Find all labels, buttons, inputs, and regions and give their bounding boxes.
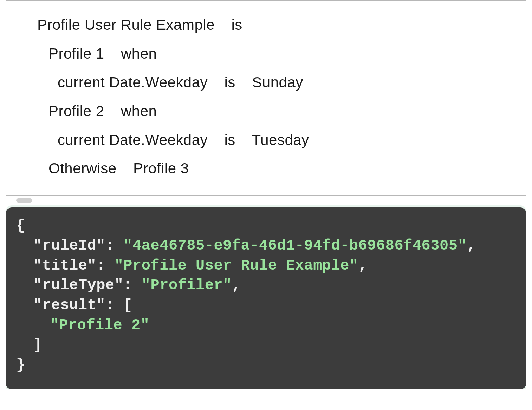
json-colon: : (105, 237, 123, 254)
condition-op: is (225, 132, 235, 148)
condition-rhs: Sunday (252, 74, 303, 91)
rule-condition: current Date.Weekday is Tuesday (58, 126, 512, 154)
json-key-ruletype: "ruleType" (33, 277, 123, 294)
json-comma: , (358, 257, 368, 274)
panel-divider (6, 196, 526, 205)
otherwise-value: Profile 3 (133, 160, 189, 177)
result-panel-wrap: { "ruleId": "4ae46785-e9fa-46d1-94fd-b69… (6, 205, 526, 389)
json-colon: : (105, 297, 123, 314)
rule-header-line: Profile User Rule Example is (37, 11, 512, 39)
rule-clause: Profile 2 when (48, 97, 512, 126)
condition-op: is (225, 74, 235, 91)
json-result-panel: { "ruleId": "4ae46785-e9fa-46d1-94fd-b69… (6, 207, 526, 389)
when-keyword: when (121, 103, 157, 119)
rule-is-keyword: is (231, 16, 242, 33)
json-colon: : (96, 257, 114, 274)
json-comma: , (232, 277, 241, 294)
rule-condition: current Date.Weekday is Sunday (58, 68, 512, 97)
condition-rhs: Tuesday (252, 132, 309, 148)
json-value-ruleid: "4ae46785-e9fa-46d1-94fd-b69686f46305" (123, 237, 467, 254)
rule-clause: Profile 1 when (48, 39, 512, 68)
condition-lhs: current Date.Weekday (58, 132, 208, 148)
json-result-item: "Profile 2" (50, 317, 150, 334)
json-brace-open: { (16, 217, 25, 234)
json-value-title: "Profile User Rule Example" (115, 257, 358, 274)
json-value-ruletype: "Profiler" (142, 277, 232, 294)
condition-lhs: current Date.Weekday (58, 74, 208, 91)
drag-handle-icon[interactable] (16, 198, 32, 203)
json-key-title: "title" (33, 257, 96, 274)
clause-label: Profile 1 (48, 45, 104, 62)
json-colon: : (123, 277, 141, 294)
rule-definition-panel: Profile User Rule Example is Profile 1 w… (6, 0, 526, 196)
rule-title: Profile User Rule Example (37, 16, 215, 33)
json-comma: , (467, 237, 476, 254)
clause-label: Profile 2 (48, 103, 104, 119)
json-bracket-open: [ (123, 297, 132, 314)
json-bracket-close: ] (33, 337, 42, 353)
when-keyword: when (121, 45, 157, 62)
json-key-ruleid: "ruleId" (33, 237, 105, 254)
page-root: Profile User Rule Example is Profile 1 w… (0, 0, 532, 410)
otherwise-keyword: Otherwise (48, 160, 117, 177)
rule-otherwise-line: Otherwise Profile 3 (48, 154, 512, 183)
json-key-result: "result" (33, 297, 105, 314)
json-brace-close: } (16, 357, 25, 373)
